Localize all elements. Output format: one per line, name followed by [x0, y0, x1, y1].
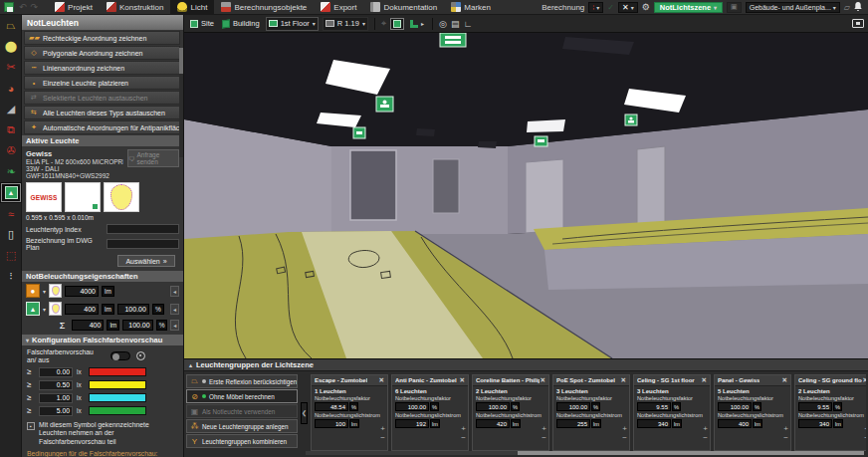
factor-field[interactable]: 100.00: [395, 402, 429, 411]
leuchtentyp-index-input[interactable]: [107, 224, 179, 234]
measure-icon[interactable]: ▤: [451, 19, 460, 29]
erste-reflexion-button[interactable]: ⏢Erste Reflexion berücksichtigen: [186, 374, 298, 388]
factor-field[interactable]: 9.55: [798, 402, 832, 411]
tab-dokumentation[interactable]: Dokumentation: [363, 0, 444, 15]
scene-extra-button[interactable]: ▣: [727, 2, 742, 13]
close-icon[interactable]: ✕: [460, 376, 465, 384]
flux-field[interactable]: 340: [637, 419, 671, 428]
notification-bell-icon[interactable]: [854, 2, 862, 12]
falschfarben-header[interactable]: ▾Konfiguration Falschfarbenvorschau: [22, 335, 183, 345]
threshold-0-colorbar[interactable]: [89, 367, 146, 376]
tab-konstruktion[interactable]: Konstruktion: [100, 0, 170, 15]
surface-view-button[interactable]: [390, 18, 404, 30]
close-icon[interactable]: ✕: [702, 376, 707, 384]
cards-collapse-handle[interactable]: ❮: [301, 402, 308, 424]
emergency-row-expand-button[interactable]: ◂: [170, 304, 179, 315]
emergency-luminaire-marker[interactable]: [625, 114, 637, 125]
copy-rectangles-icon[interactable]: ⧉: [0, 119, 22, 140]
spotlight-icon[interactable]: ◢: [0, 99, 22, 119]
anfrage-senden-button[interactable]: 🗨Anfrage senden: [127, 149, 179, 167]
floor-select[interactable]: 1st Floor▾: [266, 17, 319, 31]
polar-curve-thumb[interactable]: [104, 182, 139, 212]
stepper[interactable]: +−: [703, 424, 708, 442]
tab-export[interactable]: Export: [314, 0, 363, 15]
close-icon[interactable]: ✕: [782, 376, 787, 384]
wrench-icon[interactable]: ✇: [0, 140, 22, 161]
close-icon[interactable]: ✕: [379, 376, 384, 384]
auswaehlen-button[interactable]: Auswählen»: [117, 255, 175, 267]
brand-logo-thumb[interactable]: GEWISS: [26, 182, 62, 212]
flux-field[interactable]: 340: [798, 419, 832, 428]
wall-luminaire-icon[interactable]: ▯: [0, 224, 22, 245]
calculation-mode-button[interactable]: ⁞▾: [588, 2, 603, 13]
axis-icon[interactable]: ∟: [463, 19, 472, 29]
menu-item-automatische-anordnungen[interactable]: ✦Automatische Anordnungen für Antipanikf…: [24, 120, 180, 134]
exit-sign-ceiling[interactable]: [440, 33, 466, 47]
group-card-coreline[interactable]: Coreline Batten - Philips✕ 2 Leuchten No…: [472, 374, 549, 451]
undo-icon[interactable]: ↶: [17, 2, 29, 12]
plane-icon[interactable]: ▱: [844, 3, 850, 12]
ceiling-light[interactable]: [527, 119, 565, 132]
threshold-1-value[interactable]: 0.50: [39, 380, 73, 390]
neue-gruppe-button[interactable]: ⁂Neue Leuchtengruppe anlegen: [186, 419, 298, 433]
factor-field[interactable]: 100.00: [718, 402, 752, 411]
stepper[interactable]: +−: [461, 424, 466, 442]
tools-icon[interactable]: ✂: [0, 57, 22, 78]
flux-field[interactable]: 192: [395, 419, 429, 428]
menu-item-linienanordnung[interactable]: ┅Linienanordnung zeichnen: [24, 61, 180, 75]
cards-scrollbar[interactable]: [306, 451, 864, 455]
light-scene-select[interactable]: NotLichtszene▾: [654, 2, 723, 13]
flux-field[interactable]: 420: [476, 419, 510, 428]
emergency-percent-field[interactable]: 100.00: [117, 304, 149, 315]
stepper[interactable]: +−: [622, 424, 627, 442]
dwg-plan-input[interactable]: [107, 239, 179, 249]
tab-marken[interactable]: Marken: [444, 0, 498, 15]
cancel-calculation-button[interactable]: ✕▾: [618, 2, 638, 13]
building-button[interactable]: Building: [220, 17, 262, 31]
emergency-lumen-field[interactable]: 400: [65, 304, 99, 315]
tab-licht[interactable]: Licht: [170, 0, 214, 15]
close-icon[interactable]: ✕: [541, 376, 545, 384]
group-card-panel-gewiss[interactable]: Panel - Gewiss✕ 5 Leuchten Notbeleuchtun…: [714, 374, 791, 451]
emergency-light-icon[interactable]: ▲: [26, 302, 40, 316]
tab-berechnungsobjekte[interactable]: Berechnungsobjekte: [214, 0, 314, 15]
eco-leaf-icon[interactable]: ❧: [0, 161, 22, 182]
group-card-escape[interactable]: Escape - Zumtobel✕ 1 Leuchten Notbeleuch…: [311, 374, 388, 451]
preview-ring-icon[interactable]: [136, 351, 145, 360]
photometry-thumb[interactable]: [65, 182, 101, 212]
menu-item-rechteckige-anordnung[interactable]: ▰▰Rechteckige Anordnung zeichnen: [24, 31, 180, 45]
scene-structure-icon[interactable]: ⁝: [0, 266, 22, 287]
factor-field[interactable]: 100.00: [476, 402, 510, 411]
menu-item-polygonale-anordnung[interactable]: ◇Polygonale Anordnung zeichnen: [24, 46, 180, 60]
chevron-down-icon[interactable]: ▾: [43, 288, 46, 295]
emergency-luminaire-marker[interactable]: [353, 127, 365, 138]
threshold-1-colorbar[interactable]: [89, 380, 146, 389]
corner-view-button[interactable]: ▸: [408, 17, 426, 31]
tab-projekt[interactable]: Projekt: [48, 0, 100, 15]
gruppen-kombinieren-button[interactable]: YLeuchtengruppen kombinieren: [186, 434, 298, 448]
ohne-moebel-button[interactable]: ⊘Ohne Möbel berechnen: [186, 389, 298, 403]
redo-icon[interactable]: ↷: [29, 2, 41, 12]
sum-lumen-field[interactable]: 400: [72, 320, 104, 331]
building-scope-select[interactable]: Gebäude- und Außenpla...▾: [746, 2, 840, 13]
threshold-3-colorbar[interactable]: [89, 406, 146, 415]
stepper[interactable]: +−: [783, 424, 788, 442]
emergency-luminaire-icon[interactable]: ▲: [0, 182, 22, 203]
group-card-celing-1st[interactable]: Celing - SG 1st floor✕ 3 Leuchten Notbel…: [633, 374, 711, 451]
factor-field[interactable]: 48.54: [315, 402, 348, 411]
fullscreen-monitor-icon[interactable]: [852, 19, 864, 28]
threshold-3-value[interactable]: 5.00: [39, 406, 73, 416]
threshold-0-value[interactable]: 0.00: [39, 367, 73, 377]
selection-frame-icon[interactable]: ⬚: [0, 245, 22, 266]
group-card-celing-ground[interactable]: Celing - SG ground floor✕ 2 Leuchten Not…: [794, 374, 866, 451]
luminaire-wave-icon[interactable]: ≈: [0, 203, 22, 224]
walkthrough-icon[interactable]: ⌖: [381, 18, 386, 29]
emergency-luminaire-marker[interactable]: [376, 97, 393, 112]
threshold-2-value[interactable]: 1.00: [39, 393, 73, 403]
items-scrollbar[interactable]: [179, 48, 183, 157]
viewport-3d[interactable]: [184, 33, 868, 358]
sum-percent-field[interactable]: 100.00: [122, 320, 152, 331]
sum-row-expand-button[interactable]: ◂: [170, 320, 179, 331]
flux-field[interactable]: 100: [315, 419, 348, 428]
stepper[interactable]: +−: [542, 424, 546, 442]
